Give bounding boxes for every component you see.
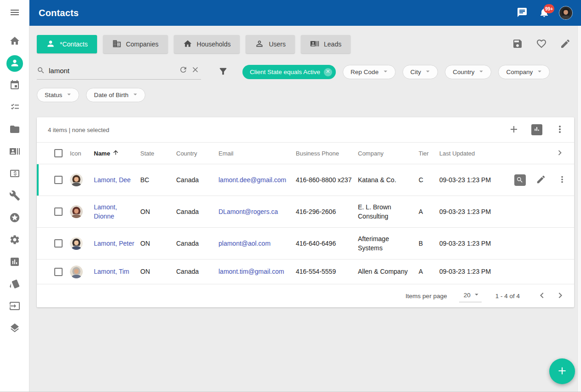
sidebar-item-home[interactable]	[6, 32, 24, 51]
person-circle-icon	[10, 58, 20, 69]
filter-chip-company[interactable]: Company	[498, 65, 550, 79]
chart-view-button[interactable]	[528, 121, 546, 138]
sidebar-item-reports[interactable]	[6, 253, 24, 271]
entity-tabs: *ContactsCompaniesHouseholdsUsersLeads	[37, 35, 509, 53]
sidebar-item-tasks[interactable]	[6, 98, 24, 117]
cell-state: BC	[140, 170, 176, 190]
sidebar-item-settings[interactable]	[6, 231, 24, 249]
sidebar-item-contacts[interactable]	[6, 54, 24, 73]
page-size-select[interactable]: 20	[459, 289, 482, 302]
column-header-state[interactable]: State	[140, 150, 176, 157]
tab-label: Leads	[324, 40, 341, 48]
contact-email-link[interactable]: DLamont@rogers.ca	[219, 208, 278, 215]
pencil-icon	[560, 38, 571, 51]
row-more-button[interactable]	[554, 172, 570, 188]
chevron-down-icon	[535, 67, 544, 77]
selection-summary: 4 items | none selected	[48, 127, 505, 133]
row-checkbox[interactable]	[54, 208, 63, 216]
expand-columns-button[interactable]	[555, 148, 565, 159]
save-icon	[512, 38, 523, 51]
table-header-row: Icon Name State Country Email Business P…	[37, 142, 574, 164]
sidebar-item-import[interactable]	[6, 297, 24, 316]
filter-chip-city[interactable]: City	[403, 65, 438, 79]
contact-avatar-photo	[70, 205, 83, 218]
row-edit-button[interactable]	[533, 172, 549, 188]
next-page-button[interactable]	[551, 287, 569, 305]
add-column-button[interactable]	[505, 121, 523, 138]
row-checkbox[interactable]	[54, 239, 63, 248]
column-header-last-updated[interactable]: Last Updated	[439, 150, 506, 157]
pencil-icon	[536, 174, 546, 186]
scrollbar-track[interactable]	[577, 26, 581, 392]
contact-name-link[interactable]: Lamont, Tim	[94, 268, 129, 275]
contact-email-link[interactable]: plamont@aol.com	[219, 240, 270, 247]
contact-name-link[interactable]: Lamont, Dionne	[94, 203, 117, 220]
refresh-icon	[179, 65, 188, 75]
contact-name-link[interactable]: Lamont, Peter	[94, 240, 134, 247]
cell-tier: A	[419, 261, 439, 282]
tab-label: Users	[269, 40, 286, 48]
column-header-company[interactable]: Company	[358, 150, 419, 157]
chevron-down-icon	[477, 67, 485, 77]
contact-name-link[interactable]: Lamont, Dee	[94, 176, 131, 184]
tab-companies[interactable]: Companies	[103, 35, 168, 53]
add-contact-fab[interactable]	[549, 358, 575, 384]
chat-button[interactable]	[513, 4, 531, 22]
active-filter-chip[interactable]: Client State equals Active	[242, 65, 336, 79]
filter-chip-rep-code[interactable]: Rep Code	[343, 65, 396, 79]
row-preview-button[interactable]	[512, 172, 528, 188]
row-checkbox[interactable]	[54, 268, 63, 276]
tab-contacts[interactable]: *Contacts	[37, 35, 97, 53]
filter-chip-country[interactable]: Country	[445, 65, 491, 79]
filter-chip-date-of-birth[interactable]: Date of Birth	[86, 88, 145, 102]
plus-icon	[556, 365, 568, 378]
edit-view-button[interactable]	[557, 35, 574, 53]
sidebar-item-leads[interactable]	[6, 143, 24, 161]
cell-country: Canada	[176, 202, 219, 222]
home-icon	[183, 39, 192, 50]
previous-page-button[interactable]	[533, 287, 551, 305]
column-header-country[interactable]: Country	[176, 150, 219, 157]
sidebar-item-tools[interactable]	[6, 187, 24, 205]
contact-email-link[interactable]: lamont.tim@gmail.com	[219, 268, 284, 275]
list-more-button[interactable]	[551, 121, 569, 138]
row-checkbox[interactable]	[54, 176, 63, 184]
column-header-name[interactable]: Name	[94, 149, 140, 157]
filter-button[interactable]	[214, 65, 232, 79]
sidebar-item-billing[interactable]	[6, 165, 24, 183]
column-header-email[interactable]: Email	[219, 150, 296, 157]
search-refresh-button[interactable]	[177, 64, 189, 76]
close-icon	[325, 69, 331, 75]
tab-label: Households	[197, 40, 231, 48]
list-toolbar	[505, 121, 569, 138]
sidebar-item-features[interactable]	[6, 209, 24, 227]
column-header-business-phone[interactable]: Business Phone	[296, 150, 358, 157]
sidebar-item-documents[interactable]	[6, 121, 24, 139]
contact-card-icon	[310, 39, 319, 50]
search-input[interactable]	[49, 67, 177, 75]
contact-email-link[interactable]: lamont.dee@gmail.com	[219, 176, 286, 184]
tab-households[interactable]: Households	[174, 35, 240, 53]
cell-company: Allen & Company	[358, 261, 419, 282]
sidebar-item-calendar[interactable]	[6, 76, 24, 95]
menu-button[interactable]	[6, 4, 24, 22]
chevron-down-icon	[472, 290, 481, 300]
contact-avatar-photo	[70, 237, 83, 250]
bar-chart-icon	[9, 256, 20, 269]
sidebar-item-tags[interactable]	[6, 275, 24, 294]
filter-chip-status[interactable]: Status	[37, 88, 79, 102]
user-avatar[interactable]	[559, 6, 573, 20]
select-all-checkbox[interactable]	[54, 149, 63, 157]
topbar: Contacts 99+	[29, 0, 581, 26]
notifications-button[interactable]: 99+	[535, 4, 553, 22]
remove-filter-button[interactable]	[324, 68, 332, 76]
cell-tier: C	[419, 170, 439, 190]
column-header-tier[interactable]: Tier	[419, 150, 439, 157]
favorite-view-button[interactable]	[533, 35, 550, 53]
sidebar-item-layers[interactable]	[6, 319, 24, 338]
search-clear-button[interactable]	[189, 64, 201, 76]
kebab-icon	[557, 174, 567, 186]
tab-leads[interactable]: Leads	[301, 35, 351, 53]
tab-users[interactable]: Users	[246, 35, 295, 53]
save-view-button[interactable]	[509, 35, 526, 53]
